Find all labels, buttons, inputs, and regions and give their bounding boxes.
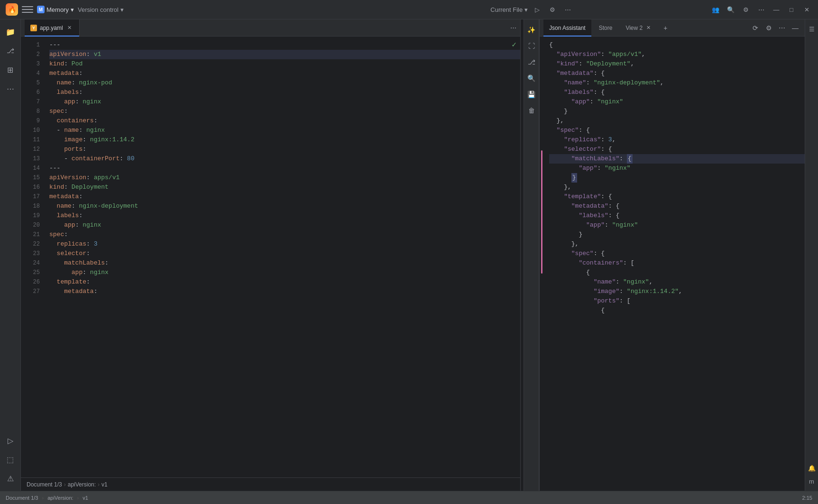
json-code[interactable]: { "apiVersion": "apps/v1", "kind": "Depl… <box>543 37 805 491</box>
json-line: }, <box>549 239 805 249</box>
code-line: name: nginx-deployment <box>49 202 520 211</box>
right-tab-actions: ⟳ ⚙ ⋯ — <box>750 22 801 34</box>
tab-close-button[interactable]: ✕ <box>66 24 74 32</box>
breadcrumb-api-version[interactable]: apiVersion: <box>68 481 96 488</box>
json-line: "labels": { <box>549 88 805 97</box>
tab-more-button[interactable]: ⋯ <box>510 24 516 31</box>
close-button[interactable]: ✕ <box>801 4 812 15</box>
status-breadcrumb1[interactable]: apiVersion: <box>47 495 73 501</box>
add-tab-button[interactable]: + <box>660 22 671 34</box>
breadcrumb-bar: Document 1/3 › apiVersion: › v1 <box>21 477 520 491</box>
json-content-area[interactable]: { "apiVersion": "apps/v1", "kind": "Depl… <box>540 37 805 491</box>
json-tree-icon[interactable]: ⎇ <box>525 55 538 69</box>
json-line: { <box>549 306 805 315</box>
terminal-icon[interactable]: ⬚ <box>2 451 19 468</box>
far-right-icon1[interactable]: ☰ <box>806 23 818 35</box>
hamburger-menu[interactable] <box>22 4 33 15</box>
problems-icon[interactable]: ⚠ <box>2 470 19 487</box>
json-line: "replicas": 3, <box>549 135 805 145</box>
code-line: image: nginx:1.14.2 <box>49 135 520 145</box>
code-line: --- <box>49 164 520 173</box>
users-icon[interactable]: 👥 <box>710 4 721 15</box>
code-line: selector: <box>49 249 520 258</box>
more-menu[interactable]: ⋯ <box>755 4 767 15</box>
json-tools-sidebar: ✨ ⛶ ⎇ 🔍 💾 🗑 <box>524 19 539 491</box>
code-line: name: nginx-pod <box>49 78 520 88</box>
json-line: "spec": { <box>549 126 805 135</box>
title-bar: 🔥 M Memory ▾ Version control ▾ Current F… <box>0 0 818 19</box>
json-magic-icon[interactable]: ✨ <box>525 23 538 37</box>
maximize-button[interactable]: □ <box>786 4 797 15</box>
tab-more-icon[interactable]: ⋯ <box>776 22 788 34</box>
json-search-icon[interactable]: 🔍 <box>525 72 538 85</box>
more-tools[interactable]: ⋯ <box>2 80 19 97</box>
project-name[interactable]: M Memory ▾ <box>37 6 74 13</box>
status-breadcrumb2[interactable]: v1 <box>83 495 88 501</box>
code-line: app: nginx <box>49 268 520 277</box>
title-bar-left: 🔥 M Memory ▾ Version control ▾ <box>6 3 354 16</box>
breadcrumb-document[interactable]: Document 1/3 <box>27 481 62 488</box>
settings-button[interactable]: ⚙ <box>740 4 752 15</box>
json-line: "ports": [ <box>549 296 805 306</box>
code-line: - containerPort: 80 <box>49 154 520 164</box>
right-tab-bar: Json Assistant Store View 2 ✕ + ⟳ ⚙ ⋯ — <box>540 19 805 37</box>
minimize-button[interactable]: — <box>771 4 782 15</box>
tab-settings-icon[interactable]: ⚙ <box>763 22 774 34</box>
code-line: replicas: 3 <box>49 239 520 249</box>
tab-history-icon[interactable]: ⟳ <box>750 22 761 34</box>
json-line: "template": { <box>549 192 805 202</box>
json-line: { <box>549 268 805 277</box>
breadcrumb-v1[interactable]: v1 <box>101 481 108 488</box>
view2-tab[interactable]: View 2 ✕ <box>620 19 658 37</box>
code-line: apiVersion: v1 <box>49 50 520 59</box>
notifications-icon[interactable]: 🔔 <box>806 462 818 474</box>
json-line: }, <box>549 183 805 192</box>
code-line: --- <box>49 40 520 50</box>
json-line: "name": "nginx-deployment", <box>549 78 805 88</box>
store-tab[interactable]: Store <box>593 19 618 37</box>
vcs-icon[interactable]: ⎇ <box>2 42 19 59</box>
version-control[interactable]: Version control ▾ <box>78 6 124 13</box>
json-assistant-tab[interactable]: Json Assistant <box>543 19 591 37</box>
status-line-col[interactable]: 2:15 <box>802 495 812 501</box>
json-line: "selector": { <box>549 145 805 154</box>
checkmark-icon: ✓ <box>512 40 516 50</box>
json-line: "app": "nginx" <box>549 97 805 107</box>
code-content[interactable]: --- apiVersion: v1 kind: Pod metadata: n… <box>44 37 520 477</box>
git-icon[interactable]: m <box>806 476 818 487</box>
json-line-highlighted: "matchLabels": { <box>549 154 805 164</box>
status-document[interactable]: Document 1/3 <box>6 495 38 501</box>
tab-minimize-icon[interactable]: — <box>790 22 801 34</box>
json-delete-icon[interactable]: 🗑 <box>525 104 538 117</box>
code-line: spec: <box>49 107 520 116</box>
json-save-icon[interactable]: 💾 <box>525 88 538 101</box>
far-right-panel: ☰ 🔔 m <box>805 19 818 491</box>
folder-icon[interactable]: 📁 <box>2 23 19 40</box>
activity-bar: 📁 ⎇ ⊞ ⋯ ▷ ⬚ ⚠ <box>0 19 21 491</box>
gutter-bracket-indicator <box>541 150 542 274</box>
view2-close[interactable]: ✕ <box>644 24 652 32</box>
json-line: "name": "nginx", <box>549 277 805 287</box>
editor-tab-bar: Y app.yaml ✕ ⋯ <box>21 19 520 37</box>
json-line: "app": "nginx" <box>549 220 805 230</box>
run-icon[interactable]: ▷ <box>2 432 19 449</box>
json-line: } <box>549 230 805 239</box>
code-line: labels: <box>49 88 520 97</box>
debug-button[interactable]: ⚙ <box>547 4 558 15</box>
status-bar: Document 1/3 › apiVersion: › v1 2:15 <box>0 491 818 504</box>
search-button[interactable]: 🔍 <box>725 4 736 15</box>
code-line: kind: Pod <box>49 59 520 69</box>
more-options[interactable]: ⋯ <box>562 4 573 15</box>
plugins-icon[interactable]: ⊞ <box>2 61 19 78</box>
current-file-selector[interactable]: Current File ▾ <box>490 6 528 13</box>
json-gutter-pink <box>540 37 543 491</box>
editor-scrollbar[interactable] <box>520 19 524 491</box>
code-editor: 12345 678910 1112131415 1617181920 21222… <box>21 37 520 477</box>
code-line: kind: Deployment <box>49 183 520 192</box>
json-expand-icon[interactable]: ⛶ <box>525 39 538 53</box>
code-line: app: nginx <box>49 97 520 107</box>
json-line: "containers": [ <box>549 258 805 268</box>
editor-tab-app-yaml[interactable]: Y app.yaml ✕ <box>25 19 80 37</box>
run-button[interactable]: ▷ <box>532 4 543 15</box>
json-line: "metadata": { <box>549 202 805 211</box>
